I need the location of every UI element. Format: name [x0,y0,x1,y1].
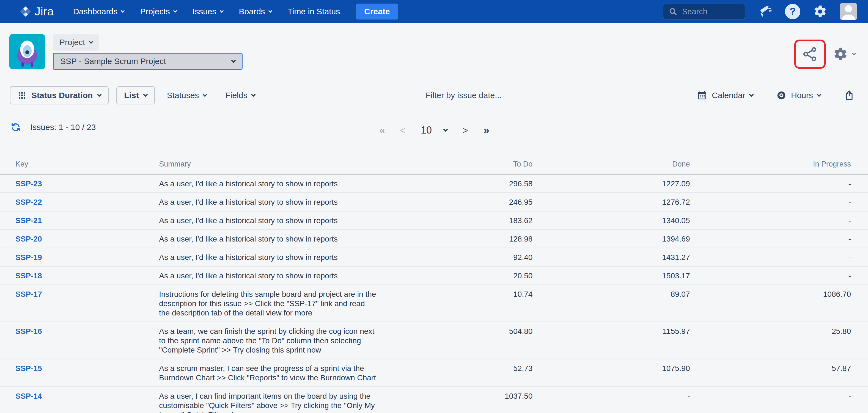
issue-summary: As a user, I'd like a historical story t… [159,271,376,281]
todo-value: 183.62 [389,211,532,230]
done-value: 1431.27 [532,248,690,267]
todo-value: 92.40 [389,248,532,267]
help-icon[interactable]: ? [785,4,800,19]
done-value: 1276.72 [532,193,690,211]
project-type-dropdown[interactable]: Project [53,34,99,50]
export-button[interactable] [844,90,855,101]
last-page-button[interactable]: » [484,125,489,136]
issue-summary: As a user, I'd like a historical story t… [159,234,376,244]
inprogress-value: - [690,267,868,285]
report-settings-dropdown[interactable] [833,46,855,62]
table-row: SSP-21 As a user, I'd like a historical … [0,211,868,230]
done-value: 1075.90 [532,359,690,387]
issue-summary: As a user, I'd like a historical story t… [159,253,376,262]
chevron-down-icon [121,9,125,13]
next-page-button[interactable]: > [463,125,468,136]
chevron-down-icon [89,39,94,44]
view-type-dropdown[interactable]: List [116,86,155,104]
report-toolbar: Status Duration List Statuses Fields Cal… [0,86,868,104]
inprogress-value: - [690,174,868,193]
results-bar: Issues: 1 - 10 / 23 « < 10 > » [0,122,868,139]
statuses-dropdown[interactable]: Statuses [167,91,207,100]
nav-item-dashboards[interactable]: Dashboards [73,7,124,16]
target-clock-icon [776,90,786,101]
issue-summary: As a user, I'd like a historical story t… [159,216,376,225]
project-avatar [9,34,45,69]
issue-key-link[interactable]: SSP-19 [16,253,42,262]
issue-key-link[interactable]: SSP-14 [16,392,42,400]
todo-value: 1037.50 [389,387,532,413]
project-header: Project SSP - Sample Scrum Project [0,23,868,70]
page-size-dropdown[interactable]: 10 [421,125,447,136]
share-icon[interactable] [801,46,818,63]
annotation-red-highlight [794,40,826,69]
inprogress-value: - [690,387,868,413]
global-search[interactable] [663,4,745,20]
issue-date-filter-input[interactable] [255,91,697,100]
table-row: SSP-23 As a user, I'd like a historical … [0,174,868,193]
table-row: SSP-15 As a scrum master, I can see the … [0,359,868,387]
inprogress-value: - [690,230,868,248]
done-value: 1340.05 [532,211,690,230]
refresh-button[interactable] [10,122,22,133]
gear-icon [833,46,848,62]
calendar-dropdown[interactable]: Calendar [697,90,753,101]
chevron-down-icon [143,92,148,97]
issues-table: Key Summary To Do Done In Progress SSP-2… [0,157,868,413]
chevron-down-icon [97,92,102,97]
issue-key-link[interactable]: SSP-20 [16,235,42,243]
fields-dropdown[interactable]: Fields [225,91,255,100]
chevron-down-icon [219,9,223,13]
done-value: 1227.09 [532,174,690,193]
search-input[interactable] [682,7,737,16]
settings-gear-icon[interactable] [813,4,827,19]
jira-logo[interactable]: Jira [19,5,54,18]
table-row: SSP-19 As a user, I'd like a historical … [0,248,868,267]
chevron-down-icon [852,51,856,55]
metric-type-dropdown[interactable]: Status Duration [10,86,108,104]
chevron-down-icon [231,58,236,63]
user-avatar[interactable] [840,3,857,20]
monster-avatar-icon [9,34,45,69]
issue-key-link[interactable]: SSP-22 [16,198,42,206]
calendar-icon [697,90,707,101]
nav-item-boards[interactable]: Boards [239,7,272,16]
inprogress-value: 25.80 [690,322,868,359]
project-select[interactable]: SSP - Sample Scrum Project [53,53,243,70]
chevron-down-icon [173,9,177,13]
table-header-row: Key Summary To Do Done In Progress [0,157,868,174]
create-button[interactable]: Create [356,4,398,20]
table-row: SSP-14 As a user, I can find important i… [0,387,868,413]
issue-key-link[interactable]: SSP-23 [16,179,42,188]
inprogress-value: 57.87 [690,359,868,387]
export-icon [844,90,855,101]
issue-key-link[interactable]: SSP-17 [16,290,42,299]
nav-right-controls: ? [663,3,857,20]
todo-value: 504.80 [389,322,532,359]
issue-summary: Instructions for deleting this sample bo… [159,289,376,318]
chevron-down-icon [817,92,822,97]
nav-item-time-in-status[interactable]: Time in Status [288,7,340,16]
inprogress-value: - [690,248,868,267]
issues-count-label: Issues: 1 - 10 / 23 [30,123,96,132]
inprogress-value: 1086.70 [690,285,868,322]
issue-summary: As a user, I'd like a historical story t… [159,198,376,207]
issue-summary: As a team, we can finish the sprint by c… [159,327,376,355]
todo-value: 10.74 [389,285,532,322]
time-unit-dropdown[interactable]: Hours [776,90,821,101]
first-page-button[interactable]: « [379,125,384,136]
nav-item-issues[interactable]: Issues [192,7,223,16]
inprogress-value: - [690,193,868,211]
table-row: SSP-17 Instructions for deleting this sa… [0,285,868,322]
column-header-done: Done [532,157,690,174]
column-header-summary: Summary [159,157,389,174]
inprogress-value: - [690,211,868,230]
issue-key-link[interactable]: SSP-15 [16,364,42,373]
issue-key-link[interactable]: SSP-21 [16,216,42,225]
prev-page-button[interactable]: < [400,125,405,136]
feedback-megaphone-icon[interactable] [758,4,772,19]
todo-value: 296.58 [389,174,532,193]
issue-key-link[interactable]: SSP-18 [16,272,42,280]
nav-item-projects[interactable]: Projects [140,7,176,16]
issue-key-link[interactable]: SSP-16 [16,327,42,336]
